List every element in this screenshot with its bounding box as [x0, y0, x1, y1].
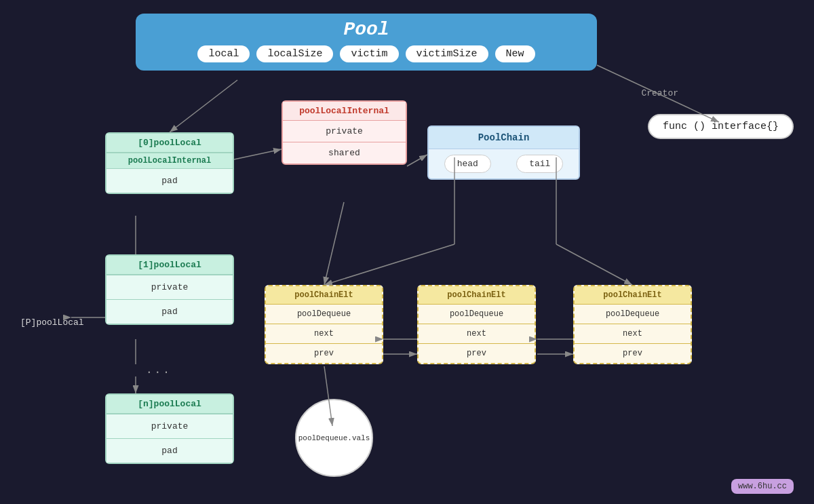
pce1-prev: prev — [266, 344, 382, 363]
pce2-dequeue: poolDequeue — [419, 305, 535, 324]
pool-chain-elt-1: poolChainElt poolDequeue next prev — [265, 285, 383, 364]
pool-local-n-box: [n]poolLocal private pad — [105, 393, 234, 464]
pool-box: Pool local localSize victim victimSize N… — [136, 14, 597, 71]
pl0-pad: pad — [106, 169, 233, 193]
pool-field-victim: victim — [340, 45, 398, 62]
pce1-title: poolChainElt — [266, 286, 382, 305]
svg-line-4 — [234, 149, 282, 159]
pln-title: [n]poolLocal — [106, 395, 233, 414]
svg-line-12 — [324, 244, 454, 285]
pool-dequeue-vals: poolDequeue.vals — [295, 399, 373, 477]
pc-field-tail: tail — [516, 155, 563, 173]
p-pool-local-label: [P]poolLocal — [20, 317, 84, 328]
pool-local-0-box: [0]poolLocal poolLocalInternal pad — [105, 132, 234, 194]
pool-local-internal-box: poolLocalInternal private shared — [282, 100, 407, 165]
svg-line-14 — [556, 244, 632, 285]
diagram: Pool local localSize victim victimSize N… — [0, 0, 814, 504]
pce3-dequeue: poolDequeue — [575, 305, 691, 324]
pce1-next: next — [266, 324, 382, 344]
pool-chain-box: PoolChain head tail — [427, 125, 580, 180]
pli-title: poolLocalInternal — [283, 102, 406, 121]
pl0-subtitle: poolLocalInternal — [106, 153, 233, 169]
pc-title: PoolChain — [429, 127, 579, 149]
pln-pad: pad — [106, 439, 233, 463]
pool-field-new: New — [495, 45, 535, 62]
pool-chain-elt-2: poolChainElt poolDequeue next prev — [417, 285, 536, 364]
pce3-next: next — [575, 324, 691, 344]
pln-private: private — [106, 414, 233, 439]
watermark: www.6hu.cc — [731, 479, 794, 494]
pool-fields: local localSize victim victimSize New — [147, 40, 586, 65]
pl1-private: private — [106, 275, 233, 300]
pce1-dequeue: poolDequeue — [266, 305, 382, 324]
svg-line-15 — [324, 202, 344, 285]
pce3-prev: prev — [575, 344, 691, 363]
pc-field-head: head — [444, 155, 491, 173]
pli-field-shared: shared — [283, 142, 406, 163]
pl0-title: [0]poolLocal — [106, 134, 233, 153]
pool-field-local: local — [197, 45, 250, 62]
pool-chain-elt-3: poolChainElt poolDequeue next prev — [573, 285, 692, 364]
pc-fields: head tail — [429, 149, 579, 178]
pce2-prev: prev — [419, 344, 535, 363]
pool-title: Pool — [147, 19, 586, 40]
pool-field-victimsize: victimSize — [406, 45, 488, 62]
pl1-title: [1]poolLocal — [106, 256, 233, 275]
pool-field-localsize: localSize — [256, 45, 333, 62]
svg-line-5 — [407, 155, 427, 166]
pli-field-private: private — [283, 121, 406, 142]
dots-separator: ... — [146, 364, 172, 376]
func-box: func () interface{} — [648, 114, 794, 139]
pce2-next: next — [419, 324, 535, 344]
pl1-pad: pad — [106, 300, 233, 324]
pool-local-1-box: [1]poolLocal private pad — [105, 254, 234, 325]
creator-label: Creator — [641, 88, 678, 98]
pce3-title: poolChainElt — [575, 286, 691, 305]
pce2-title: poolChainElt — [419, 286, 535, 305]
svg-line-3 — [170, 80, 237, 132]
